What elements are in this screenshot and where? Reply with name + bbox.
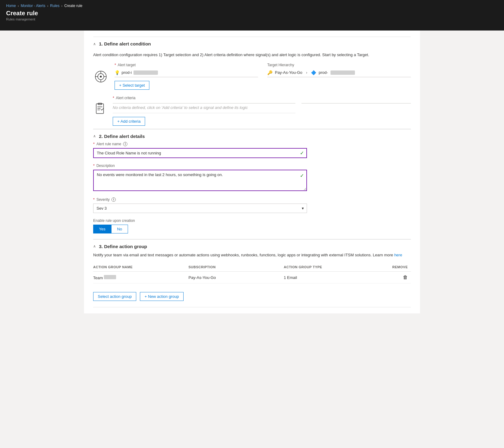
alert-name-check-icon: ✓: [300, 150, 304, 156]
section-3-chevron: ∧: [93, 244, 96, 248]
alert-name-info-icon[interactable]: i: [123, 142, 127, 146]
alert-target-value: 💡 prod-i: [115, 68, 258, 77]
alert-target-col: * Alert target 💡 prod-i: [115, 63, 258, 77]
severity-select-wrapper: Sev 0 Sev 1 Sev 2 Sev 3 Sev 4: [93, 204, 307, 213]
section-3-description: Notify your team via email and text mess…: [93, 252, 411, 258]
toggle-yes-button[interactable]: Yes: [93, 225, 111, 233]
criteria-clipboard-icon: [93, 102, 107, 115]
criteria-icon-container: [93, 102, 107, 115]
col-header-name: ACTION GROUP NAME: [93, 263, 188, 272]
target-hierarchy-value: 🔑 Pay-As-You-Go › 🔷 prod-: [267, 68, 411, 77]
section-1: ∧ 1. Define alert condition Alert condit…: [93, 37, 411, 126]
action-group-type-cell: 1 Email: [284, 272, 363, 284]
target-hierarchy-col: Target Hierarchy 🔑 Pay-As-You-Go › 🔷 pro…: [258, 63, 411, 77]
page-subtitle: Rules management: [6, 17, 498, 21]
section-2-title: 2. Define alert details: [99, 134, 145, 139]
description-textarea[interactable]: [93, 170, 307, 191]
severity-group: * Severity i Sev 0 Sev 1 Sev 2 Sev 3 Sev…: [93, 197, 411, 213]
top-bar: Home › Monitor - Alerts › Rules › Create…: [0, 0, 504, 31]
section-3-header[interactable]: ∧ 3. Define action group: [93, 239, 411, 252]
criteria-right-col: [301, 96, 411, 113]
action-group-buttons: Select action group + New action group: [93, 288, 411, 301]
action-group-remove-cell: 🗑: [363, 272, 411, 284]
target-fields-row: * Alert target 💡 prod-i Target Hierarchy…: [115, 63, 411, 77]
action-group-subscription-cell: Pay-As-You-Go: [188, 272, 284, 284]
select-target-button[interactable]: + Select target: [115, 81, 149, 90]
subscription-key-icon: 🔑: [267, 70, 272, 75]
resource-name-blurred: [331, 70, 355, 75]
alert-criteria-label: * Alert criteria: [113, 96, 295, 100]
action-table-header-row: ACTION GROUP NAME SUBSCRIPTION ACTION GR…: [93, 263, 411, 272]
criteria-placeholder-text: No criteria defined, click on 'Add crite…: [113, 103, 295, 113]
required-star-criteria: *: [113, 96, 114, 100]
description-check-icon: ✓: [300, 173, 304, 179]
section-2-chevron: ∧: [93, 134, 96, 138]
col-header-subscription: SUBSCRIPTION: [188, 263, 284, 272]
target-name-text: prod-i: [122, 70, 132, 75]
description-group: * Description ✓: [93, 164, 411, 192]
alert-criteria-area: * Alert criteria No criteria defined, cl…: [93, 96, 411, 126]
description-label: * Description: [93, 164, 411, 168]
enable-rule-group: Enable rule upon creation Yes No: [93, 219, 411, 233]
alert-rule-name-group: * Alert rule name i ✓: [93, 142, 411, 158]
remove-action-group-button[interactable]: 🗑: [403, 275, 408, 280]
criteria-main-col: * Alert criteria No criteria defined, cl…: [113, 96, 295, 113]
criteria-fields: * Alert criteria No criteria defined, cl…: [113, 96, 411, 126]
add-criteria-button[interactable]: + Add criteria: [113, 117, 145, 126]
main-content: ∧ 1. Define alert condition Alert condit…: [84, 31, 420, 313]
alert-target-label: * Alert target: [115, 63, 258, 67]
criteria-right-underline: [301, 101, 411, 103]
enable-rule-toggle: Yes No: [93, 225, 411, 233]
target-icon-container: [93, 69, 108, 84]
breadcrumb-current: Create rule: [64, 4, 82, 8]
enable-rule-label: Enable rule upon creation: [93, 219, 411, 223]
section-2: ∧ 2. Define alert details * Alert rule n…: [93, 129, 411, 233]
breadcrumb-rules[interactable]: Rules: [50, 4, 60, 8]
severity-info-icon[interactable]: i: [111, 197, 116, 202]
team-name-text: Team: [93, 276, 104, 280]
breadcrumb-home[interactable]: Home: [6, 4, 16, 8]
new-action-group-button[interactable]: + New action group: [140, 292, 183, 301]
page-title: Create rule: [6, 10, 498, 17]
section-3: ∧ 3. Define action group Notify your tea…: [93, 239, 411, 301]
alert-rule-name-input[interactable]: [93, 148, 307, 158]
severity-label: * Severity i: [93, 197, 411, 202]
col-header-remove: REMOVE: [363, 263, 411, 272]
target-hierarchy-label: Target Hierarchy: [267, 63, 411, 67]
breadcrumb-sep-2: ›: [47, 4, 48, 8]
breadcrumb-sep-1: ›: [18, 4, 19, 8]
alert-rule-name-label: * Alert rule name i: [93, 142, 411, 146]
col-header-type: ACTION GROUP TYPE: [284, 263, 363, 272]
section-2-header[interactable]: ∧ 2. Define alert details: [93, 129, 411, 142]
learn-more-link[interactable]: here: [394, 253, 402, 257]
section-1-header[interactable]: ∧ 1. Define alert condition: [93, 37, 411, 49]
action-table-body: Team Pay-As-You-Go 1 Email 🗑: [93, 272, 411, 284]
toggle-no-button[interactable]: No: [111, 225, 128, 233]
alert-target-area: * Alert target 💡 prod-i Target Hierarchy…: [93, 63, 411, 90]
required-star-name: *: [93, 142, 95, 146]
action-table-header: ACTION GROUP NAME SUBSCRIPTION ACTION GR…: [93, 263, 411, 272]
hierarchy-arrow: ›: [306, 70, 307, 75]
select-action-group-button[interactable]: Select action group: [93, 292, 136, 301]
description-wrapper: ✓: [93, 170, 307, 192]
breadcrumb-sep-3: ›: [61, 4, 63, 8]
breadcrumb: Home › Monitor - Alerts › Rules › Create…: [6, 0, 498, 9]
section-1-title: 1. Define alert condition: [99, 41, 151, 46]
required-star-desc: *: [93, 164, 95, 168]
team-name-blurred: [104, 275, 116, 279]
breadcrumb-monitor-alerts[interactable]: Monitor - Alerts: [21, 4, 46, 8]
table-row: Team Pay-As-You-Go 1 Email 🗑: [93, 272, 411, 284]
section-3-title: 3. Define action group: [99, 244, 147, 249]
section-1-description: Alert condition configuration requires 1…: [93, 52, 411, 58]
section-1-chevron: ∧: [93, 42, 96, 46]
required-star-severity: *: [93, 197, 95, 202]
resource-text: prod-: [319, 70, 328, 75]
severity-select[interactable]: Sev 0 Sev 1 Sev 2 Sev 3 Sev 4: [93, 204, 307, 213]
svg-point-2: [100, 76, 102, 78]
target-fields: * Alert target 💡 prod-i Target Hierarchy…: [115, 63, 411, 90]
target-name-blurred: [133, 70, 158, 75]
subscription-text: Pay-As-You-Go: [275, 70, 302, 75]
target-crosshair-icon: [94, 70, 108, 83]
resource-cube-icon: 🔷: [311, 70, 316, 75]
alert-rule-name-wrapper: ✓: [93, 148, 307, 158]
